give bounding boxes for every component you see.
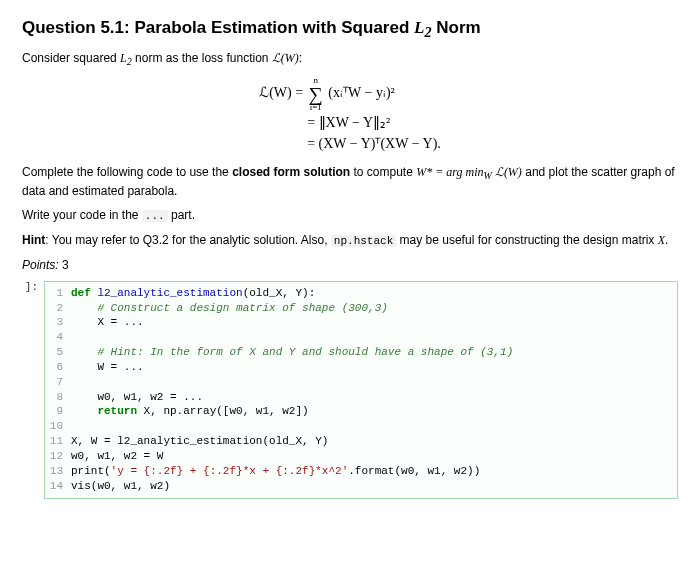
instruction-1: Complete the following code to use the c…	[22, 164, 678, 199]
cell-prompt: ]:	[22, 281, 44, 499]
instruction-2: Write your code in the ... part.	[22, 207, 678, 224]
intro-text: Consider squared L2 norm as the loss fun…	[22, 51, 678, 67]
equation-block: ℒ(W) = n ∑ i=1 (xᵢᵀW − yᵢ)² = ‖XW − Y‖₂²…	[22, 76, 678, 154]
code-cell[interactable]: 1def l2_analytic_estimation(old_X, Y): 2…	[44, 281, 678, 499]
hint-text: Hint: You may refer to Q3.2 for the anal…	[22, 232, 678, 249]
question-title: Question 5.1: Parabola Estimation with S…	[22, 18, 678, 41]
points-label: Points: 3	[22, 257, 678, 273]
